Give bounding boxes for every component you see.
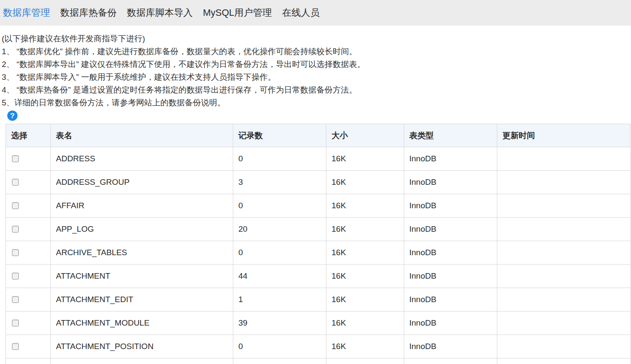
select-cell (6, 265, 51, 288)
top-tab-nav: 数据库管理 数据库热备份 数据库脚本导入 MySQL用户管理 在线人员 (0, 0, 631, 26)
table-type-cell: InnoDB (404, 241, 497, 265)
row-checkbox[interactable] (12, 343, 19, 350)
database-tables-table: 选择 表名 记录数 大小 表类型 更新时间 ADDRESS 0 16K Inno… (6, 124, 631, 364)
table-row: ARCHIVE_TABLES 0 16K InnoDB (6, 241, 631, 265)
size-cell: 16K (326, 335, 404, 358)
select-cell (6, 171, 51, 194)
column-header-table-name: 表名 (51, 124, 233, 147)
table-name-cell: ARCHIVE_TABLES (51, 241, 233, 265)
record-count-cell: 1 (233, 288, 326, 312)
tab-online-users[interactable]: 在线人员 (282, 6, 320, 19)
table-name-cell: ADDRESS (51, 147, 233, 171)
record-count-cell: 0 (233, 147, 326, 171)
record-count-cell: 20 (233, 218, 326, 241)
size-cell: 16K (326, 312, 404, 335)
tab-database-hot-backup[interactable]: 数据库热备份 (60, 6, 117, 19)
select-cell (6, 358, 51, 364)
update-time-cell (497, 241, 631, 265)
select-cell (6, 335, 51, 358)
table-type-cell (404, 358, 497, 364)
row-checkbox[interactable] (12, 320, 19, 326)
column-header-size: 大小 (326, 124, 404, 147)
table-type-cell: InnoDB (404, 147, 497, 171)
select-cell (6, 218, 51, 241)
table-name-cell: APP_LOG (51, 218, 233, 241)
table-row: ATTACHMENT_EDIT 1 16K InnoDB (6, 288, 631, 312)
table-type-cell: InnoDB (404, 288, 497, 312)
table-name-cell (51, 358, 233, 364)
table-name-cell: ATTACHMENT_MODULE (51, 312, 233, 335)
column-header-table-type: 表类型 (404, 124, 497, 147)
question-mark-icon: ? (10, 112, 15, 119)
row-checkbox[interactable] (12, 179, 19, 186)
table-row: ADDRESS_GROUP 3 16K InnoDB (6, 171, 631, 194)
tab-database-management[interactable]: 数据库管理 (3, 6, 50, 19)
select-cell (6, 147, 51, 171)
table-row-partial (6, 358, 631, 364)
table-type-cell: InnoDB (404, 265, 497, 288)
record-count-cell: 3 (233, 171, 326, 194)
row-checkbox[interactable] (12, 155, 19, 162)
select-cell (6, 312, 51, 335)
row-checkbox[interactable] (12, 249, 19, 256)
advisory-notice: (以下操作建议在软件开发商指导下进行) 1、 “数据库优化” 操作前，建议先进行… (2, 32, 631, 109)
record-count-cell: 0 (233, 335, 326, 358)
column-header-update-time: 更新时间 (497, 124, 631, 147)
size-cell: 16K (326, 265, 404, 288)
table-name-cell: ATTACHMENT (51, 265, 233, 288)
size-cell: 16K (326, 218, 404, 241)
notice-line-1: 1、 “数据库优化” 操作前，建议先进行数据库备份，数据量大的表，优化操作可能会… (2, 45, 631, 58)
update-time-cell (497, 265, 631, 288)
table-row: ATTACHMENT_POSITION 0 16K InnoDB (6, 335, 631, 358)
help-button[interactable]: ? (7, 111, 18, 121)
table-row: ATTACHMENT_MODULE 39 16K InnoDB (6, 312, 631, 335)
row-checkbox[interactable] (12, 202, 19, 209)
table-type-cell: InnoDB (404, 335, 497, 358)
table-row: APP_LOG 20 16K InnoDB (6, 218, 631, 241)
record-count-cell: 0 (233, 194, 326, 218)
tab-database-script-import[interactable]: 数据库脚本导入 (127, 6, 193, 19)
size-cell: 16K (326, 241, 404, 265)
table-type-cell: InnoDB (404, 171, 497, 194)
table-type-cell: InnoDB (404, 312, 497, 335)
select-cell (6, 288, 51, 312)
update-time-cell (497, 218, 631, 241)
update-time-cell (497, 358, 631, 364)
table-row: ATTACHMENT 44 16K InnoDB (6, 265, 631, 288)
record-count-cell: 39 (233, 312, 326, 335)
table-name-cell: ATTACHMENT_POSITION (51, 335, 233, 358)
update-time-cell (497, 312, 631, 335)
column-header-select: 选择 (6, 124, 51, 147)
size-cell: 16K (326, 194, 404, 218)
update-time-cell (497, 288, 631, 312)
table-header-row: 选择 表名 记录数 大小 表类型 更新时间 (6, 124, 631, 147)
update-time-cell (497, 194, 631, 218)
notice-line-5: 5、详细的日常数据备份方法，请参考网站上的数据备份说明。 (2, 96, 631, 109)
notice-line-4: 4、 “数据库热备份” 是通过设置的定时任务将指定的数据导出进行保存，可作为日常… (2, 84, 631, 96)
row-checkbox[interactable] (12, 226, 19, 233)
select-cell (6, 241, 51, 265)
notice-line-2: 2、 “数据库脚本导出” 建议仅在特殊情况下使用，不建议作为日常备份方法，导出时… (2, 58, 631, 71)
notice-line-3: 3、 “数据库脚本导入” 一般用于系统维护，建议在技术支持人员指导下操作。 (2, 71, 631, 84)
update-time-cell (497, 147, 631, 171)
size-cell: 16K (326, 147, 404, 171)
update-time-cell (497, 335, 631, 358)
column-header-record-count: 记录数 (233, 124, 326, 147)
table-name-cell: ATTACHMENT_EDIT (51, 288, 233, 312)
table-name-cell: ADDRESS_GROUP (51, 171, 233, 194)
table-row: AFFAIR 0 16K InnoDB (6, 194, 631, 218)
table-type-cell: InnoDB (404, 218, 497, 241)
update-time-cell (497, 171, 631, 194)
record-count-cell: 0 (233, 241, 326, 265)
record-count-cell (233, 358, 326, 364)
table-row: ADDRESS 0 16K InnoDB (6, 147, 631, 171)
size-cell: 16K (326, 171, 404, 194)
tab-mysql-user-management[interactable]: MySQL用户管理 (203, 6, 272, 19)
notice-intro-line: (以下操作建议在软件开发商指导下进行) (2, 32, 631, 45)
table-type-cell: InnoDB (404, 194, 497, 218)
row-checkbox[interactable] (12, 273, 19, 280)
select-cell (6, 194, 51, 218)
row-checkbox[interactable] (12, 296, 19, 303)
table-name-cell: AFFAIR (51, 194, 233, 218)
size-cell: 16K (326, 288, 404, 312)
